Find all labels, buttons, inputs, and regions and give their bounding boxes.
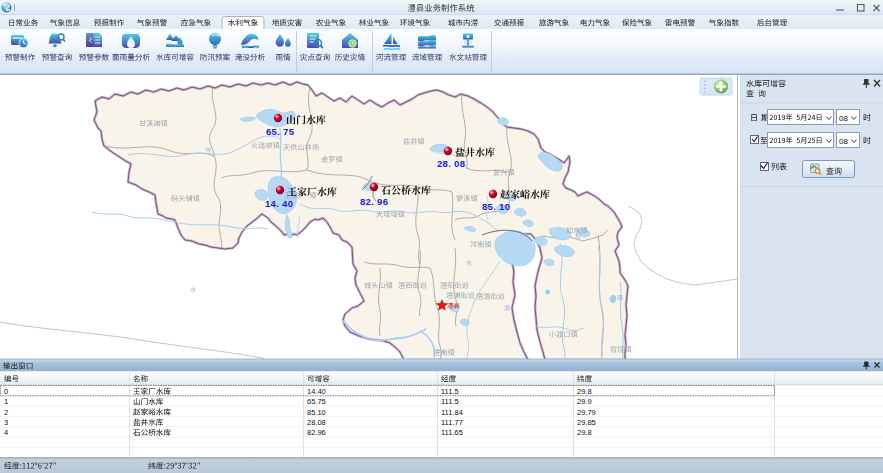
svg-text:08: 08: [839, 137, 848, 146]
svg-text:29.8: 29.8: [577, 428, 592, 437]
svg-text:85.10: 85.10: [307, 408, 326, 417]
svg-text:28.08: 28.08: [307, 418, 326, 427]
svg-text:82. 96: 82. 96: [360, 196, 388, 207]
svg-text:111.84: 111.84: [441, 408, 463, 417]
svg-text:65.75: 65.75: [307, 397, 326, 406]
svg-text:2: 2: [4, 408, 8, 417]
svg-text:85. 10: 85. 10: [482, 201, 510, 212]
svg-text:65. 75: 65. 75: [266, 126, 295, 137]
svg-text:111.5: 111.5: [441, 387, 459, 396]
svg-text:29.8: 29.8: [577, 387, 592, 396]
svg-text:29.85: 29.85: [577, 418, 596, 427]
svg-text:1: 1: [4, 397, 8, 406]
svg-text:82.96: 82.96: [307, 428, 326, 437]
svg-text:0: 0: [4, 387, 8, 396]
svg-text:111.77: 111.77: [441, 418, 463, 427]
svg-text:3: 3: [4, 418, 8, 427]
svg-text:28. 08: 28. 08: [437, 158, 465, 169]
svg-text:29.9: 29.9: [577, 397, 592, 406]
svg-text:111.65: 111.65: [441, 428, 463, 437]
svg-text:29.79: 29.79: [577, 408, 596, 417]
svg-text:08: 08: [839, 114, 848, 123]
svg-text:111.5: 111.5: [441, 397, 459, 406]
svg-text:14. 40: 14. 40: [265, 198, 293, 209]
svg-text:14.40: 14.40: [307, 387, 326, 396]
svg-text:4: 4: [4, 428, 8, 437]
